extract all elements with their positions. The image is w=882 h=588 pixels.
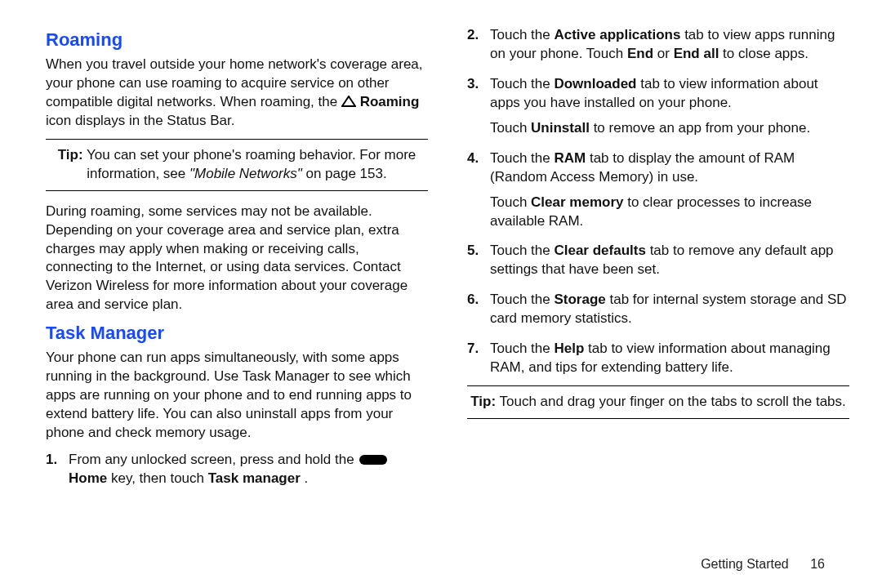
- scroll-tabs-tip-box: Tip: Touch and drag your finger on the t…: [467, 385, 849, 419]
- step-3-sub: Touch Uninstall to remove an app from yo…: [490, 119, 849, 138]
- ram-label: RAM: [554, 150, 586, 166]
- text: Touch the: [490, 150, 554, 166]
- text: to close apps.: [723, 46, 808, 61]
- end-label: End: [627, 46, 653, 61]
- task-manager-label: Task manager: [208, 470, 301, 486]
- roaming-icon: [341, 96, 356, 107]
- home-key-icon: [359, 455, 387, 465]
- roaming-para-1: When you travel outside your home networ…: [46, 56, 428, 131]
- page-body: Roaming When you travel outside your hom…: [0, 0, 882, 523]
- tip-label: Tip:: [58, 147, 83, 163]
- downloaded-label: Downloaded: [554, 76, 636, 91]
- text: Touch the: [490, 76, 554, 91]
- task-manager-heading: Task Manager: [46, 323, 428, 344]
- task-manager-intro: Your phone can run apps simultaneously, …: [46, 349, 428, 443]
- clear-defaults-label: Clear defaults: [554, 243, 645, 258]
- step-4-sub: Touch Clear memory to clear processes to…: [490, 194, 849, 231]
- text: Touch the: [490, 243, 554, 258]
- text: or: [657, 46, 674, 61]
- roaming-heading: Roaming: [46, 29, 428, 51]
- step-3: Touch the Downloaded tab to view informa…: [467, 75, 849, 138]
- step-2: Touch the Active applications tab to vie…: [467, 26, 849, 64]
- text: to remove an app from your phone.: [594, 120, 811, 136]
- text: Touch the: [490, 27, 554, 42]
- roaming-tip-box: Tip: You can set your phone's roaming be…: [46, 139, 428, 191]
- text: key, then touch: [111, 470, 208, 486]
- uninstall-label: Uninstall: [531, 120, 590, 136]
- help-label: Help: [554, 341, 584, 356]
- text: Touch: [490, 120, 531, 136]
- text: From any unlocked screen, press and hold…: [69, 452, 358, 467]
- active-applications-label: Active applications: [554, 27, 680, 42]
- mobile-networks-reference: "Mobile Networks": [189, 166, 302, 181]
- text: on page 153.: [305, 166, 386, 181]
- roaming-label-bold: Roaming: [360, 94, 420, 109]
- step-1: From any unlocked screen, press and hold…: [46, 451, 428, 488]
- text: icon displays in the Status Bar.: [46, 113, 235, 128]
- text: Touch: [490, 194, 531, 210]
- text: .: [305, 470, 309, 486]
- step-5: Touch the Clear defaults tab to remove a…: [467, 242, 849, 279]
- step-6: Touch the Storage tab for internal syste…: [467, 291, 849, 328]
- tip-label: Tip:: [470, 394, 496, 409]
- text: Touch the: [490, 341, 554, 356]
- end-all-label: End all: [674, 46, 719, 61]
- footer-page-number: 16: [810, 557, 825, 571]
- text: Touch the: [490, 292, 554, 307]
- step-7: Touch the Help tab to view information a…: [467, 340, 849, 377]
- clear-memory-label: Clear memory: [531, 194, 623, 210]
- footer-section: Getting Started: [701, 557, 789, 571]
- home-key-label: Home: [69, 470, 107, 486]
- page-footer: Getting Started 16: [701, 557, 825, 572]
- step-4: Touch the RAM tab to display the amount …: [467, 149, 849, 231]
- roaming-para-2: During roaming, some services may not be…: [46, 203, 428, 315]
- text: Touch and drag your finger on the tabs t…: [499, 394, 845, 409]
- storage-label: Storage: [554, 292, 605, 307]
